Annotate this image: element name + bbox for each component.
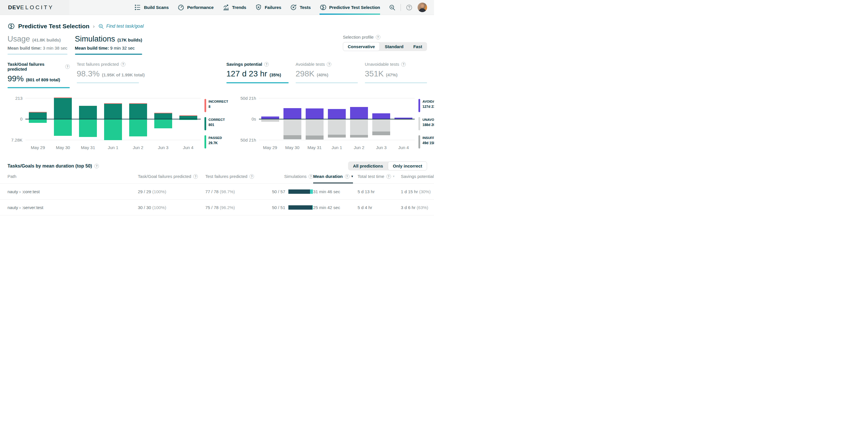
help-badge-icon[interactable]: ?: [121, 62, 125, 67]
nav-item-label: Trends: [232, 5, 246, 10]
stat-value: 99%: [7, 74, 24, 83]
nav-item-performance[interactable]: Performance: [177, 0, 214, 15]
legend-item-correct: CORRECT801: [205, 117, 228, 130]
stat-task-goal-failures-predicted[interactable]: Task/Goal failures predicted?99%(801 of …: [7, 62, 70, 88]
top-nav: DEVELOCITY Build ScansPerformanceTrendsF…: [0, 0, 434, 15]
chart-plot-area: [25, 98, 201, 140]
bar-segment-passed: [79, 119, 97, 137]
stat-avoidable-tests[interactable]: Avoidable tests?298K(40%): [296, 62, 358, 88]
breadcrumb-separator: ›: [93, 23, 95, 29]
column-header-savings-potential[interactable]: Savings potential?▾: [401, 174, 434, 183]
simulations-cell: 50 / 51: [255, 205, 313, 210]
bar-segment-unavoidable: [328, 119, 346, 135]
nav-item-tests[interactable]: Tests: [290, 0, 311, 15]
stat-unavoidable-tests[interactable]: Unavoidable tests?351K(47%): [365, 62, 427, 88]
chart-legend: AVOIDABLE127d 23hUNAVOIDABLE188d 20hINSU…: [418, 98, 434, 150]
legend-swatch: [205, 117, 206, 130]
bar-segment-correct: [179, 116, 197, 119]
tab-simulations[interactable]: Simulations(17K builds)Mean build time: …: [75, 35, 142, 55]
controls-row: Usage(41.8K builds)Mean build time: 3 mi…: [0, 30, 434, 55]
find-test-task-link[interactable]: Find test task/goal: [98, 23, 144, 29]
bar-segment-correct: [129, 104, 147, 119]
mode-tabs: Usage(41.8K builds)Mean build time: 3 mi…: [7, 35, 150, 55]
stat-detail: (801 of 809 total): [26, 77, 60, 82]
tab-title: Usage: [7, 35, 30, 43]
bar-segment-correct: [79, 106, 97, 119]
path-cell[interactable]: nauty › :core:test: [7, 189, 138, 194]
bar-segment-passed: [29, 119, 47, 123]
x-axis: May 29May 30May 31Jun 1Jun 2Jun 3Jun 4: [259, 145, 415, 150]
table-body: nauty › :core:test29 / 29 (100%)77 / 78 …: [0, 184, 434, 218]
path-cell[interactable]: nauty › :server:test: [7, 205, 138, 210]
failures-icon: [255, 4, 262, 11]
stat-underline: [365, 82, 427, 83]
help-badge-icon[interactable]: ?: [94, 164, 99, 168]
help-icon[interactable]: [406, 4, 413, 11]
stat-underline: [226, 82, 289, 83]
bar-segment-incorrect: [129, 103, 147, 104]
legend-series-value: 8: [209, 105, 228, 109]
stat-test-failures-predicted[interactable]: Test failures predicted?98.3%(1.95K of 1…: [77, 62, 139, 88]
profile-option-fast[interactable]: Fast: [408, 42, 427, 51]
nav-item-predictive-test-selection[interactable]: Predictive Test Selection: [319, 0, 380, 15]
table-row[interactable]: nauty › :cli:test13 / 14 (92.9%)37 / 38 …: [0, 215, 434, 218]
stat-label-text: Test failures predicted: [77, 62, 119, 67]
help-badge-icon[interactable]: ?: [401, 62, 406, 67]
help-badge-icon[interactable]: ?: [345, 174, 349, 179]
selection-profile-label-text: Selection profile: [343, 35, 374, 39]
legend-series-value: 29.7K: [209, 141, 222, 145]
x-axis-label: Jun 2: [125, 145, 151, 150]
help-badge-icon[interactable]: ?: [193, 174, 198, 179]
legend-series-name: CORRECT: [209, 117, 225, 121]
bar-segment-passed: [129, 119, 147, 136]
total-test-time-cell: 5 d 4 hr: [358, 205, 401, 210]
chart-legend: INCORRECT8CORRECT801PASSED29.7K: [205, 98, 228, 150]
table-row[interactable]: nauty › :core:test29 / 29 (100%)77 / 78 …: [0, 184, 434, 199]
zero-axis-line: [25, 119, 201, 119]
charts-row: 21307.28KMay 29May 30May 31Jun 1Jun 2Jun…: [0, 88, 434, 150]
column-header-task-goal-failures-predicted: Task/Goal failures predicted?: [138, 174, 205, 183]
stat-savings-potential[interactable]: Savings potential?127 d 23 hr(35%): [226, 62, 289, 88]
help-badge-icon[interactable]: ?: [386, 174, 391, 179]
stat-value: 127 d 23 hr: [226, 69, 267, 79]
main-content: Predictive Test Selection › Find test ta…: [0, 15, 434, 218]
table-row[interactable]: nauty › :server:test30 / 30 (100%)75 / 7…: [0, 199, 434, 215]
bar-segment-insuff-data: [328, 135, 346, 137]
tab-usage[interactable]: Usage(41.8K builds)Mean build time: 3 mi…: [7, 35, 67, 55]
column-header-mean-duration[interactable]: Mean duration?▾: [313, 174, 358, 183]
tab-title: Simulations: [75, 35, 115, 43]
nav-item-trends[interactable]: Trends: [222, 0, 246, 15]
x-axis-label: May 31: [303, 145, 326, 150]
filter-option-all-predictions[interactable]: All predictions: [348, 161, 388, 170]
profile-option-conservative[interactable]: Conservative: [343, 42, 380, 51]
bar-segment-correct: [54, 98, 72, 119]
bar-segment-avoidable: [306, 108, 323, 119]
bar-segment-incorrect: [154, 113, 172, 113]
develocity-logo[interactable]: DEVELOCITY: [0, 0, 69, 15]
help-badge-icon[interactable]: ?: [65, 64, 70, 69]
user-avatar[interactable]: [417, 3, 427, 12]
help-badge-icon[interactable]: ?: [309, 174, 313, 179]
bar-segment-correct: [104, 104, 122, 119]
profile-option-standard[interactable]: Standard: [380, 42, 408, 51]
help-badge-icon[interactable]: ?: [264, 62, 269, 67]
x-axis-label: May 29: [259, 145, 281, 150]
mean-duration-cell: 25 min 42 sec: [313, 205, 358, 210]
nav-item-build-scans[interactable]: Build Scans: [134, 0, 169, 15]
search-icon[interactable]: [389, 4, 396, 11]
predictive-icon: [7, 23, 15, 30]
legend-series-value: 801: [209, 123, 225, 127]
savings-stats: Savings potential?127 d 23 hr(35%)Avoida…: [226, 62, 427, 88]
trends-icon: [222, 4, 229, 11]
column-header-total-test-time[interactable]: Total test time?▾: [358, 174, 401, 183]
y-axis-label-zero: 0: [20, 117, 23, 121]
bar-segment-unavoidable: [395, 119, 412, 120]
nav-item-failures[interactable]: Failures: [255, 0, 281, 15]
bar-segment-insuff-data: [283, 135, 301, 139]
bar-segment-unavoidable: [306, 119, 323, 135]
help-badge-icon[interactable]: ?: [376, 35, 380, 39]
legend-item-avoidable: AVOIDABLE127d 23h: [418, 99, 434, 112]
help-badge-icon[interactable]: ?: [249, 174, 254, 179]
help-badge-icon[interactable]: ?: [327, 62, 331, 67]
filter-option-only-incorrect[interactable]: Only incorrect: [388, 161, 427, 170]
